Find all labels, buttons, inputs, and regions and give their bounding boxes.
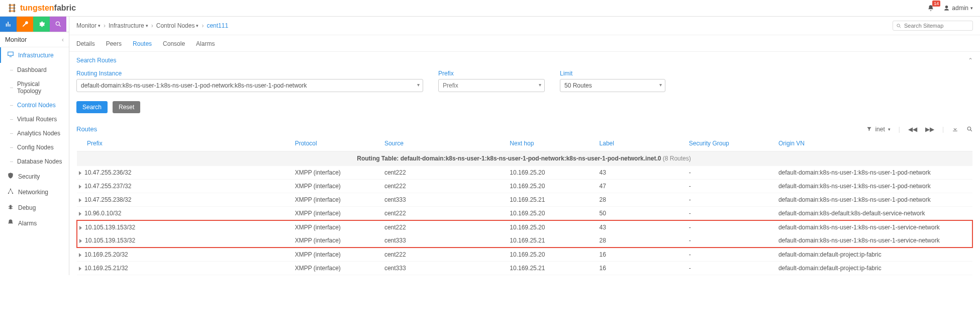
sidebar-item-virtual-routers[interactable]: Virtual Routers (0, 112, 69, 126)
prefix-input[interactable] (443, 82, 533, 89)
cell-source: cent333 (381, 193, 507, 207)
brand[interactable]: tungstenfabric (7, 3, 76, 13)
cell-origin-vn: default-domain:k8s-ns-user-1:k8s-ns-user… (775, 166, 972, 180)
brand-word1: tungsten (20, 4, 54, 12)
expand-row-button[interactable] (79, 239, 82, 243)
tab-alarms[interactable]: Alarms (196, 40, 215, 47)
sitemap-search[interactable] (893, 21, 973, 31)
table-row: 10.105.139.153/32XMPP (interface)cent333… (77, 234, 972, 248)
col-label[interactable]: Label (597, 136, 686, 151)
routing-instance-value: default-domain:k8s-ns-user-1:k8s-ns-user… (81, 82, 307, 89)
query-section-button[interactable] (50, 17, 66, 32)
expand-row-button[interactable] (79, 267, 81, 271)
sidebar-item-alarms[interactable]: Alarms (0, 215, 69, 231)
sidebar-item-analytics-nodes[interactable]: Analytics Nodes (0, 126, 69, 140)
sidebar-item-label: Dashboard (17, 66, 47, 73)
cell-next-hop: 10.169.25.21 (507, 262, 596, 275)
col-security-group[interactable]: Security Group (686, 136, 775, 151)
routes-table-body: Routing Table: default-domain:k8s-ns-use… (77, 151, 972, 275)
routing-table-group-row: Routing Table: default-domain:k8s-ns-use… (77, 151, 972, 166)
sidebar-item-config-nodes[interactable]: Config Nodes (0, 140, 69, 154)
prefix-value: 10.47.255.237/32 (84, 183, 131, 190)
cell-next-hop: 10.169.25.20 (507, 166, 596, 180)
page-first-button[interactable]: ◀◀ (908, 126, 917, 133)
col-source[interactable]: Source (381, 136, 507, 151)
prefix-value: 10.47.255.238/32 (84, 196, 131, 203)
cell-protocol: XMPP (interface) (292, 193, 381, 207)
table-search-button[interactable] (966, 126, 973, 132)
breadcrumb-monitor[interactable]: Monitor▾ (76, 22, 101, 29)
topbar: tungstenfabric 14 admin ▾ (0, 0, 980, 17)
prefix-value: 10.169.25.20/32 (84, 251, 128, 258)
notifications-button[interactable]: 14 (927, 5, 934, 12)
network-icon (7, 188, 14, 196)
search-icon (966, 126, 973, 132)
sidebar-item-label: Database Nodes (17, 158, 62, 165)
cell-security-group: - (686, 234, 775, 248)
prefix-value: 10.169.25.21/32 (84, 265, 128, 272)
cell-next-hop: 10.169.25.21 (507, 234, 596, 248)
sidebar-item-control-nodes[interactable]: Control Nodes (0, 98, 69, 112)
col-next-hop[interactable]: Next hop (507, 136, 596, 151)
tab-details[interactable]: Details (76, 40, 95, 47)
breadcrumb-control-nodes[interactable]: Control Nodes▾ (156, 22, 199, 29)
sitemap-search-input[interactable] (904, 23, 964, 29)
col-prefix[interactable]: Prefix (77, 136, 292, 151)
export-button[interactable] (952, 126, 958, 132)
svg-point-6 (967, 127, 971, 130)
tab-peers[interactable]: Peers (106, 40, 122, 47)
cell-security-group: - (686, 262, 775, 275)
sidebar-item-debug[interactable]: Debug (0, 200, 69, 215)
col-origin-vn[interactable]: Origin VN (775, 136, 972, 151)
sidebar-item-networking[interactable]: Networking (0, 184, 69, 200)
configure-section-button[interactable] (17, 17, 33, 32)
reset-button[interactable]: Reset (113, 101, 140, 113)
user-menu[interactable]: admin ▾ (943, 5, 973, 12)
user-label: admin (952, 5, 968, 12)
tab-console[interactable]: Console (163, 40, 185, 47)
breadcrumb-separator: › (151, 22, 153, 29)
cell-origin-vn: default-domain:default-project:ip-fabric (775, 248, 972, 262)
tab-routes[interactable]: Routes (133, 40, 152, 47)
cell-origin-vn: default-domain:k8s-ns-user-1:k8s-ns-user… (775, 220, 972, 234)
routes-filter-dropdown[interactable]: inet ▾ (866, 126, 890, 133)
prefix-value: 10.96.0.10/32 (84, 210, 121, 217)
sidebar-list: InfrastructureDashboardPhysical Topology… (0, 47, 69, 231)
collapse-panel-button[interactable]: ⌃ (968, 57, 973, 64)
routing-instance-dropdown[interactable]: default-domain:k8s-ns-user-1:k8s-ns-user… (76, 79, 423, 92)
breadcrumb-cent111[interactable]: cent111 (207, 22, 228, 29)
group-header-text: Routing Table: default-domain:k8s-ns-use… (357, 155, 661, 162)
sidebar-title-text: Monitor (5, 36, 27, 43)
limit-dropdown[interactable]: 50 Routes (560, 79, 665, 92)
sidebar-item-security[interactable]: Security (0, 169, 69, 184)
breadcrumb-infrastructure[interactable]: Infrastructure▾ (109, 22, 148, 29)
sidebar-item-dashboard[interactable]: Dashboard (0, 63, 69, 77)
page-next-button[interactable]: ▶▶ (925, 126, 934, 133)
content: Monitor▾›Infrastructure▾›Control Nodes▾›… (69, 17, 980, 275)
expand-row-button[interactable] (79, 253, 81, 257)
settings-section-button[interactable] (33, 17, 50, 32)
sidebar-item-infrastructure[interactable]: Infrastructure (0, 47, 69, 63)
routing-instance-label: Routing Instance (76, 70, 423, 77)
cell-prefix: 10.47.255.237/32 (77, 180, 292, 193)
monitor-section-button[interactable] (0, 17, 17, 32)
sidebar-item-label: Alarms (18, 220, 37, 227)
expand-row-button[interactable] (79, 226, 82, 230)
prefix-value: 10.105.139.153/32 (85, 237, 135, 244)
sidebar-item-label: Config Nodes (17, 144, 54, 151)
breadcrumb-separator: › (104, 22, 106, 29)
expand-row-button[interactable] (79, 171, 81, 175)
sidebar-item-database-nodes[interactable]: Database Nodes (0, 154, 69, 169)
collapse-sidebar-button[interactable]: ‹ (62, 36, 64, 43)
breadcrumb-row: Monitor▾›Infrastructure▾›Control Nodes▾›… (69, 17, 980, 35)
expand-row-button[interactable] (79, 198, 81, 202)
prefix-dropdown[interactable] (438, 79, 545, 92)
col-protocol[interactable]: Protocol (292, 136, 381, 151)
search-button[interactable]: Search (76, 101, 108, 113)
expand-row-button[interactable] (79, 212, 81, 216)
search-icon (55, 21, 62, 28)
cell-protocol: XMPP (interface) (292, 234, 381, 248)
sidebar-item-physical-topology[interactable]: Physical Topology (0, 77, 69, 98)
filter-icon (866, 126, 872, 132)
expand-row-button[interactable] (79, 185, 81, 189)
